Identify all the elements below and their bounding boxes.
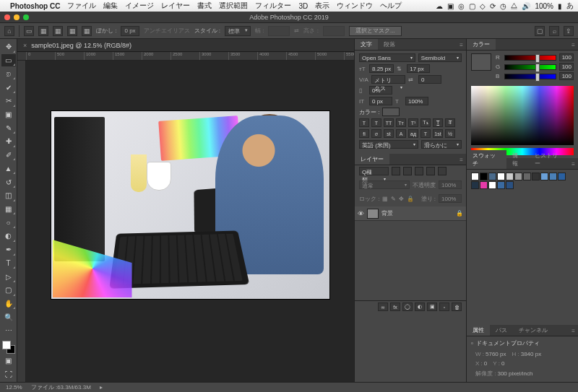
- select-and-mask-button[interactable]: 選択とマスク...: [349, 26, 402, 36]
- add-selection-icon[interactable]: ▦: [53, 26, 63, 36]
- target-icon[interactable]: ◎: [458, 2, 465, 10]
- doc-info[interactable]: 63.3M/63.3M: [57, 384, 91, 391]
- workspace-icon[interactable]: ▢: [535, 26, 545, 36]
- panel-menu-icon[interactable]: ≡: [569, 40, 578, 50]
- ime-icon[interactable]: あ: [566, 1, 574, 11]
- tab-paths[interactable]: パス: [490, 325, 513, 336]
- menu-select[interactable]: 選択範囲: [219, 1, 248, 11]
- tab-properties[interactable]: 属性: [467, 325, 490, 336]
- filter-shape-icon[interactable]: [426, 167, 435, 175]
- menu-view[interactable]: 表示: [315, 1, 329, 11]
- eraser-tool[interactable]: ◫: [1, 189, 16, 202]
- app-name[interactable]: Photoshop CC: [10, 2, 60, 10]
- filter-adjust-icon[interactable]: [403, 167, 412, 175]
- crop-tool[interactable]: ✂: [1, 95, 16, 108]
- marquee-tool[interactable]: ▭: [1, 54, 16, 67]
- language-select[interactable]: 英語 (米国): [359, 140, 418, 149]
- swatch-color[interactable]: [488, 173, 496, 180]
- panel-menu-icon[interactable]: ≡: [457, 155, 466, 165]
- dodge-tool[interactable]: ◐: [1, 230, 16, 243]
- link-layers-icon[interactable]: ∞: [378, 302, 388, 311]
- ruler-horizontal[interactable]: 0500100015002000250030003500400045005000…: [17, 52, 354, 61]
- opentype-ad[interactable]: aд: [408, 129, 418, 138]
- underline-button[interactable]: T̲: [433, 118, 443, 127]
- menu-help[interactable]: ヘルプ: [380, 1, 402, 11]
- new-layer-icon[interactable]: ▫: [439, 302, 449, 311]
- document-tab[interactable]: × sample01.jpeg @ 12.5% (RGB/8#): [17, 39, 354, 52]
- window-zoom-button[interactable]: [23, 14, 29, 20]
- opentype-A[interactable]: A: [396, 129, 406, 138]
- search-icon[interactable]: ⌕: [549, 26, 559, 36]
- swatch-color[interactable]: [480, 173, 488, 180]
- tab-swatches[interactable]: スウォッチ: [467, 150, 506, 169]
- tab-paragraph[interactable]: 段落: [378, 39, 401, 50]
- volume-icon[interactable]: 🔊: [522, 2, 530, 10]
- filter-pixel-icon[interactable]: [392, 167, 400, 175]
- swatch-color[interactable]: [497, 181, 505, 189]
- color-preview-swatch[interactable]: [471, 53, 491, 71]
- visibility-icon[interactable]: 👁: [358, 210, 364, 217]
- swatch-color[interactable]: [497, 173, 505, 180]
- font-size-input[interactable]: 8.25 px: [369, 64, 394, 73]
- tab-channels[interactable]: チャンネル: [513, 325, 553, 336]
- intersect-selection-icon[interactable]: ▦: [82, 26, 92, 36]
- text-color-swatch[interactable]: [382, 108, 400, 116]
- b-value[interactable]: 100: [559, 72, 574, 80]
- window-minimize-button[interactable]: [14, 14, 20, 20]
- edit-toolbar[interactable]: ⋯: [1, 324, 16, 337]
- swatch-color[interactable]: [514, 173, 522, 180]
- swatch-color[interactable]: [532, 173, 540, 180]
- tab-layers[interactable]: レイヤー: [355, 154, 389, 165]
- brush-tool[interactable]: ✐: [1, 149, 16, 162]
- gradient-tool[interactable]: ▦: [1, 203, 16, 216]
- tab-character[interactable]: 文字: [355, 39, 378, 50]
- g-slider[interactable]: [504, 64, 556, 70]
- clock-icon[interactable]: ◷: [500, 2, 506, 10]
- panel-menu-icon[interactable]: ≡: [569, 326, 578, 336]
- lock-all-icon[interactable]: 🔒: [407, 196, 414, 202]
- swatch-color[interactable]: [488, 181, 496, 189]
- opentype-st[interactable]: st: [384, 129, 394, 138]
- refresh-icon[interactable]: ⟳: [490, 2, 496, 10]
- chevron-right-icon[interactable]: ▸: [100, 384, 103, 391]
- smallcaps-button[interactable]: Tт: [396, 118, 406, 127]
- menu-filter[interactable]: フィルター: [255, 1, 291, 11]
- opentype-1st[interactable]: 1st: [433, 129, 443, 138]
- opacity-input[interactable]: 100%: [439, 180, 462, 189]
- swatch-color[interactable]: [540, 173, 548, 180]
- group-icon[interactable]: ▣: [427, 302, 437, 311]
- layer-thumbnail[interactable]: [367, 209, 379, 219]
- opentype-sigma[interactable]: σ: [371, 129, 381, 138]
- r-value[interactable]: 100: [559, 53, 574, 61]
- blur-tool[interactable]: ○: [1, 216, 16, 229]
- menu-layer[interactable]: レイヤー: [161, 1, 190, 11]
- menu-edit[interactable]: 編集: [103, 1, 118, 11]
- document-canvas[interactable]: [51, 111, 329, 299]
- subscript-button[interactable]: T₁: [420, 118, 431, 127]
- pen-tool[interactable]: ✒: [1, 243, 16, 256]
- zoom-level[interactable]: 12.5%: [6, 384, 22, 391]
- trash-icon[interactable]: 🗑: [452, 302, 462, 311]
- lock-paint-icon[interactable]: ✎: [391, 196, 396, 202]
- subtract-selection-icon[interactable]: ▦: [67, 26, 77, 36]
- allcaps-button[interactable]: TT: [384, 118, 394, 127]
- feather-input[interactable]: 0 px: [121, 26, 139, 36]
- menu-file[interactable]: ファイル: [67, 1, 96, 11]
- stamp-tool[interactable]: ▲: [1, 162, 16, 175]
- kerning-select[interactable]: メトリクス: [371, 75, 405, 84]
- lock-pos-icon[interactable]: ✥: [399, 196, 404, 202]
- italic-button[interactable]: T: [371, 118, 381, 127]
- quickmask-icon[interactable]: ▣: [1, 354, 16, 367]
- hscale-input[interactable]: 100%: [405, 97, 428, 105]
- opentype-fi[interactable]: fi: [359, 129, 369, 138]
- tab-info[interactable]: 情報: [506, 150, 530, 169]
- font-family-select[interactable]: Open Sans: [359, 53, 415, 62]
- layer-filter-select[interactable]: Q種類: [359, 167, 389, 175]
- swatch-color[interactable]: [506, 173, 514, 180]
- menu-type[interactable]: 書式: [197, 1, 212, 11]
- adjustment-icon[interactable]: ◐: [415, 302, 425, 311]
- font-weight-select[interactable]: Semibold: [418, 53, 462, 62]
- healing-tool[interactable]: ✚: [1, 135, 16, 148]
- home-icon[interactable]: ⌂: [4, 26, 14, 36]
- eyedropper-tool[interactable]: ✎: [1, 121, 16, 134]
